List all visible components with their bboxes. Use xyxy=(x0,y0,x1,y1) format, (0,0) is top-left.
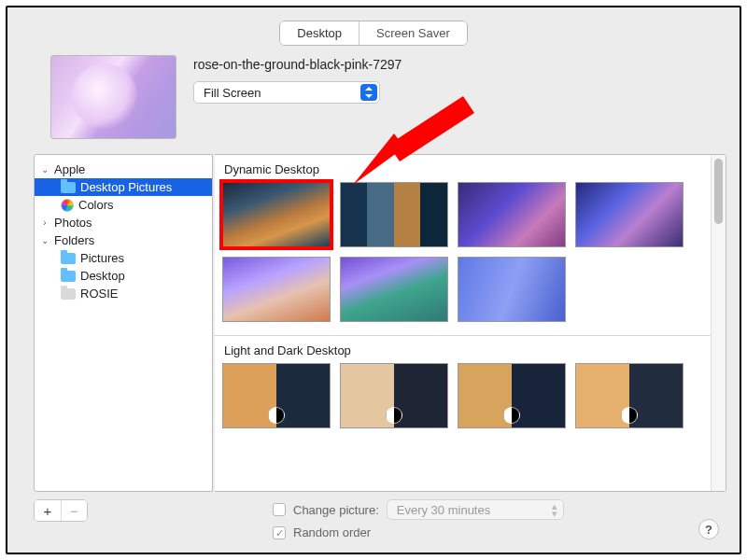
sidebar-item-pictures[interactable]: Pictures xyxy=(35,249,212,267)
wallpaper-thumb[interactable] xyxy=(340,363,448,428)
segmented-control: Desktop Screen Saver xyxy=(279,21,467,46)
chevron-down-icon: ⌄ xyxy=(40,164,49,175)
source-sidebar[interactable]: ⌄ Apple Desktop Pictures Colors › Photos… xyxy=(34,154,213,492)
chevron-updown-icon xyxy=(360,84,377,101)
sidebar-group-label: Apple xyxy=(54,162,85,176)
sidebar-group-folders[interactable]: ⌄ Folders xyxy=(35,231,212,249)
section-dynamic-title: Dynamic Desktop xyxy=(222,161,703,182)
wallpaper-thumb[interactable] xyxy=(458,257,566,322)
fit-mode-value: Fill Screen xyxy=(204,86,261,100)
folder-icon xyxy=(61,253,76,264)
sidebar-group-label: Photos xyxy=(54,216,92,230)
wallpaper-thumb[interactable] xyxy=(222,363,331,428)
light-dark-icon xyxy=(268,407,285,424)
sidebar-item-label: Colors xyxy=(78,198,114,212)
wallpaper-content: Dynamic Desktop Light and Dark Desktop xyxy=(215,154,726,492)
tab-desktop[interactable]: Desktop xyxy=(280,21,359,45)
prefs-window: Desktop Screen Saver rose-on-the-ground-… xyxy=(6,6,741,554)
wallpaper-scroll[interactable]: Dynamic Desktop Light and Dark Desktop xyxy=(215,155,711,491)
sidebar-item-label: Pictures xyxy=(80,251,124,265)
sidebar-group-apple[interactable]: ⌄ Apple xyxy=(35,161,212,178)
folder-icon xyxy=(61,288,76,300)
sidebar-item-label: ROSIE xyxy=(80,287,118,301)
footer: + − Change picture: Every 30 minutes ▴▾ … xyxy=(7,492,740,553)
header-row: rose-on-the-ground-black-pink-7297 Fill … xyxy=(7,55,740,154)
chevron-updown-icon: ▴▾ xyxy=(552,502,557,517)
tab-screensaver[interactable]: Screen Saver xyxy=(359,21,467,45)
change-interval-value: Every 30 minutes xyxy=(397,503,490,517)
change-picture-checkbox[interactable] xyxy=(273,503,286,516)
wallpaper-thumb[interactable] xyxy=(222,257,331,322)
wallpaper-thumb[interactable] xyxy=(575,363,684,428)
light-dark-icon xyxy=(621,407,638,424)
add-button[interactable]: + xyxy=(35,500,61,521)
sidebar-group-label: Folders xyxy=(54,233,94,247)
tab-bar: Desktop Screen Saver xyxy=(7,7,740,55)
sidebar-item-desktop-pictures[interactable]: Desktop Pictures xyxy=(35,178,212,196)
light-dark-icon xyxy=(386,407,402,424)
wallpaper-thumb[interactable] xyxy=(340,182,448,247)
sidebar-item-desktop-folder[interactable]: Desktop xyxy=(35,267,212,285)
lightdark-grid xyxy=(222,363,703,432)
wallpaper-thumb[interactable] xyxy=(340,257,448,322)
section-lightdark-title: Light and Dark Desktop xyxy=(222,342,703,363)
current-wallpaper-preview xyxy=(50,55,176,139)
sidebar-group-photos[interactable]: › Photos xyxy=(35,214,212,231)
color-wheel-icon xyxy=(61,199,74,212)
scrollbar-thumb[interactable] xyxy=(714,159,723,224)
folder-icon xyxy=(61,182,76,193)
dynamic-grid xyxy=(222,182,703,326)
help-button[interactable]: ? xyxy=(698,519,719,539)
wallpaper-thumb[interactable] xyxy=(458,182,566,247)
folder-icon xyxy=(61,271,76,282)
change-picture-label: Change picture: xyxy=(293,503,379,517)
random-order-label: Random order xyxy=(293,525,371,539)
sidebar-item-rosie[interactable]: ROSIE xyxy=(35,285,212,302)
wallpaper-thumb[interactable] xyxy=(575,182,684,247)
sidebar-item-label: Desktop xyxy=(80,269,125,283)
wallpaper-thumb[interactable] xyxy=(222,182,331,247)
divider xyxy=(215,335,711,336)
chevron-right-icon: › xyxy=(40,217,49,228)
footer-options: Change picture: Every 30 minutes ▴▾ Rand… xyxy=(273,499,564,539)
current-wallpaper-filename: rose-on-the-ground-black-pink-7297 xyxy=(193,57,717,72)
change-interval-select[interactable]: Every 30 minutes ▴▾ xyxy=(387,499,564,520)
add-remove-group: + − xyxy=(34,499,88,522)
sidebar-item-label: Desktop Pictures xyxy=(80,180,172,194)
random-order-checkbox[interactable] xyxy=(273,526,286,539)
light-dark-icon xyxy=(503,407,520,424)
vertical-scrollbar[interactable] xyxy=(711,155,726,491)
fit-mode-select[interactable]: Fill Screen xyxy=(193,81,380,104)
chevron-down-icon: ⌄ xyxy=(40,235,49,245)
remove-button[interactable]: − xyxy=(61,500,87,521)
wallpaper-thumb[interactable] xyxy=(458,363,566,428)
main-pane: ⌄ Apple Desktop Pictures Colors › Photos… xyxy=(7,154,740,492)
sidebar-item-colors[interactable]: Colors xyxy=(35,196,212,214)
